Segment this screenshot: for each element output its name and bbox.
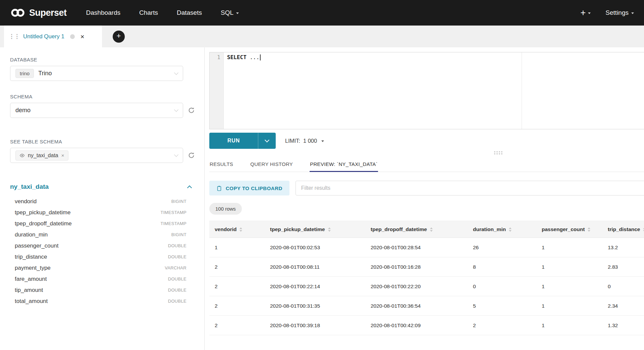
table-cell: 26 [468, 238, 536, 257]
table-chip[interactable]: ny_taxi_data × [15, 150, 68, 161]
refresh-schemas-button[interactable] [188, 107, 195, 114]
remove-table-icon[interactable]: × [61, 153, 64, 158]
schema-field: SCHEMA demo [10, 94, 196, 118]
table-cell: 2020-08-01T00:28:54 [365, 238, 468, 257]
sql-lab-main: 1 SELECT ... RUN LIMIT: 1 000 [205, 47, 644, 350]
table-cell: 8 [468, 257, 536, 277]
nav-sql-label: SQL [221, 9, 233, 16]
table-cell: 0 [468, 277, 536, 296]
schema-column-row: vendoridBIGINT [15, 196, 186, 207]
table-cell: 1 [536, 296, 602, 316]
sort-icon[interactable] [239, 227, 242, 232]
schema-label: SCHEMA [10, 94, 196, 99]
refresh-tables-button[interactable] [188, 152, 195, 159]
column-header-tpep_dropoff_datetime[interactable]: tpep_dropoff_datetime [365, 221, 468, 238]
database-badge: trino [15, 69, 34, 78]
table-cell: 2020-08-01T00:08:11 [265, 257, 365, 277]
sql-lab-content: DATABASE trino Trino SCHEMA demo [0, 47, 644, 350]
table-cell: 1 [209, 238, 265, 257]
run-dropdown-button[interactable] [258, 133, 276, 149]
table-row: 22020-08-01T00:22:142020-08-01T00:22:200… [209, 277, 644, 296]
new-item-button[interactable]: + [581, 8, 591, 17]
schema-column-row: duration_minBIGINT [15, 229, 186, 240]
query-tab-active[interactable]: ⋮⋮ Untitled Query 1 × [4, 26, 102, 47]
settings-menu[interactable]: Settings [605, 9, 634, 16]
nav-dashboards[interactable]: Dashboards [86, 9, 120, 16]
column-name: total_amount [15, 298, 48, 305]
chevron-down-icon [236, 12, 239, 14]
database-label: DATABASE [10, 57, 196, 62]
schema-column-row: passenger_countDOUBLE [15, 240, 186, 251]
refresh-icon [188, 107, 195, 114]
chevron-down-icon [631, 12, 634, 14]
column-header-passenger_count[interactable]: passenger_count [536, 221, 602, 238]
nav-datasets-label: Datasets [177, 9, 202, 16]
schema-column-row: total_amountDOUBLE [15, 296, 186, 307]
table-name-title[interactable]: ny_taxi_data [10, 183, 49, 190]
schema-column-row: payment_typeVARCHAR [15, 262, 186, 273]
table-row: 12020-08-01T00:02:532020-08-01T00:28:542… [209, 238, 644, 257]
editor-gutter: 1 [210, 52, 224, 129]
table-cell: 1 [536, 277, 602, 296]
add-tab-button[interactable]: + [113, 31, 125, 43]
pane-resize-handle[interactable] [209, 149, 644, 157]
tab-query-history[interactable]: QUERY HISTORY [250, 157, 293, 172]
chevron-down-icon [174, 152, 178, 157]
table-cell: 2.34 [602, 296, 644, 316]
limit-dropdown[interactable]: LIMIT: 1 000 [285, 138, 324, 144]
south-pane-tabs: RESULTS QUERY HISTORY PREVIEW: `NY_TAXI_… [209, 157, 644, 172]
nav-charts[interactable]: Charts [139, 9, 158, 16]
caret-down-icon [321, 140, 324, 142]
table-cell: 1 [536, 238, 602, 257]
schema-column-row: tpep_dropoff_datetimeTIMESTAMP [15, 218, 186, 229]
chevron-down-icon [174, 71, 178, 75]
schema-select[interactable]: demo [10, 103, 183, 118]
table-cell: 1.32 [602, 316, 644, 335]
table-cell: 2020-08-01T00:31:35 [265, 296, 365, 316]
nav-charts-label: Charts [139, 9, 158, 16]
column-name: fare_amount [15, 276, 47, 282]
column-type: DOUBLE [168, 288, 186, 293]
filter-results-input[interactable] [296, 181, 644, 195]
column-header-tpep_pickup_datetime[interactable]: tpep_pickup_datetime [265, 221, 365, 238]
sort-icon[interactable] [430, 227, 433, 232]
tab-results[interactable]: RESULTS [209, 157, 233, 172]
close-tab-icon[interactable]: × [80, 33, 85, 40]
copy-to-clipboard-button[interactable]: COPY TO CLIPBOARD [209, 181, 289, 195]
line-number: 1 [210, 54, 220, 60]
sql-lab-sidebar: DATABASE trino Trino SCHEMA demo [0, 47, 205, 350]
column-header-trip_distance[interactable]: trip_distance [602, 221, 644, 238]
table-cell: 5 [468, 296, 536, 316]
drag-handle-icon[interactable]: ⋮⋮ [9, 33, 19, 40]
nav-datasets[interactable]: Datasets [177, 9, 202, 16]
column-header-vendorid[interactable]: vendorid [209, 221, 265, 238]
table-cell: 2020-08-01T00:39:18 [265, 316, 365, 335]
column-type: VARCHAR [165, 265, 186, 270]
sql-editor[interactable]: 1 SELECT ... [209, 52, 644, 129]
editor-toolbar: RUN LIMIT: 1 000 SAVE [209, 133, 644, 149]
table-chip-label: ny_taxi_data [28, 152, 58, 159]
table-cell: 0 [602, 277, 644, 296]
sort-icon[interactable] [509, 227, 512, 232]
table-cell: 2 [209, 277, 265, 296]
tab-preview-ny-taxi-data[interactable]: PREVIEW: `NY_TAXI_DATA` [310, 157, 378, 172]
column-name: vendorid [15, 198, 37, 205]
superset-brand[interactable]: Superset [10, 8, 67, 18]
results-table: vendoridtpep_pickup_datetimetpep_dropoff… [209, 221, 644, 335]
column-header-label: duration_min [473, 226, 506, 232]
column-header-duration_min[interactable]: duration_min [468, 221, 536, 238]
collapse-icon[interactable] [187, 185, 192, 190]
table-cell: 2020-08-01T00:16:28 [365, 257, 468, 277]
sql-keyword: SELECT [227, 54, 247, 60]
sort-icon[interactable] [588, 227, 590, 232]
run-button[interactable]: RUN [209, 133, 258, 149]
table-select[interactable]: ny_taxi_data × [10, 148, 183, 163]
sort-icon[interactable] [328, 227, 331, 232]
editor-code-area[interactable]: SELECT ... [224, 52, 644, 129]
database-select[interactable]: trino Trino [10, 66, 183, 81]
eye-icon [19, 153, 25, 158]
table-cell: 13.2 [602, 238, 644, 257]
table-header-row: vendoridtpep_pickup_datetimetpep_dropoff… [209, 221, 644, 238]
nav-sql[interactable]: SQL [221, 9, 239, 16]
schema-column-row: fare_amountDOUBLE [15, 273, 186, 285]
